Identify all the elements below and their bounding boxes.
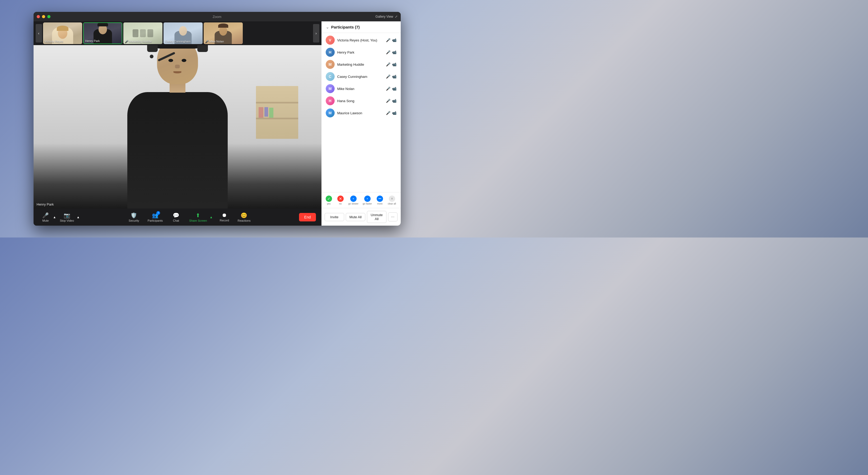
participant-name-hana: Hana Song xyxy=(337,99,383,103)
participant-item-victoria[interactable]: V Victoria Reyes (Host, You) 🎤 📹 xyxy=(321,34,401,46)
toolbar-center: 🛡️ Security 👥 7 Participants 💬 Chat xyxy=(127,211,252,223)
share-screen-icon: ⬆ xyxy=(196,212,200,218)
no-icon: ✕ xyxy=(337,196,344,202)
mute-chevron[interactable]: ▲ xyxy=(53,214,57,220)
participants-panel: ⌄ Participants (7) V Victoria Reyes (Hos… xyxy=(321,21,401,226)
mute-all-button[interactable]: Mute All xyxy=(346,213,365,221)
thumbnail-victoria[interactable]: Victoria Reyes xyxy=(43,23,82,44)
avatar-henry: H xyxy=(326,48,335,57)
participant-controls-victoria: 🎤 📹 xyxy=(386,38,397,42)
mic-icon-victoria: 🎤 xyxy=(386,38,391,42)
reaction-no-button[interactable]: ✕ no xyxy=(335,195,346,206)
more-icon: ••• xyxy=(377,196,383,202)
thumbnail-casey[interactable]: Casey Cunningham xyxy=(163,23,203,44)
avatar-maurice: M xyxy=(326,108,335,117)
participant-item-hana[interactable]: H Hana Song 🎤 📹 xyxy=(321,95,401,107)
participant-item-maurice[interactable]: M Maurice Lawson 🎤 📹 xyxy=(321,107,401,119)
close-button[interactable] xyxy=(37,15,40,18)
cam-icon-victoria: 📹 xyxy=(392,38,397,42)
participant-name-victoria: Victoria Reyes (Host, You) xyxy=(337,38,383,42)
stop-video-button[interactable]: 📷 Stop Video xyxy=(58,211,76,223)
reaction-yes-button[interactable]: ✓ yes xyxy=(323,195,334,206)
clear-icon: ✕ xyxy=(389,196,395,202)
collapse-panel-button[interactable]: ⌄ xyxy=(326,25,329,30)
mic-icon-henry: 🎤 xyxy=(386,50,391,54)
maximize-button[interactable] xyxy=(47,15,51,18)
thumbnail-label-henry: Henry Park xyxy=(85,39,100,42)
participants-count-badge: 7 xyxy=(156,211,160,215)
reactions-label: Reactions xyxy=(238,219,250,222)
toolbar-left: 🎤 Mute ▲ 📷 Stop Video ▲ xyxy=(39,211,80,223)
chat-label: Chat xyxy=(173,219,179,222)
record-button[interactable]: ⏺ Record xyxy=(217,211,231,223)
participant-controls-marketing: 🎤 📹 xyxy=(386,62,397,67)
panel-header: ⌄ Participants (7) xyxy=(321,21,401,33)
reaction-faster-button[interactable]: » go faster xyxy=(361,195,373,206)
share-screen-chevron[interactable]: ▲ xyxy=(209,214,213,220)
participant-controls-hana: 🎤 📹 xyxy=(386,99,397,103)
avatar-mike: M xyxy=(326,84,335,93)
thumbnail-label-mike: 🎤 Mike Nolan xyxy=(205,40,224,43)
mic-icon-hana: 🎤 xyxy=(386,99,391,103)
participants-button[interactable]: 👥 7 Participants xyxy=(146,211,165,223)
participant-name-henry: Henry Park xyxy=(337,50,383,54)
share-screen-label: Share Screen xyxy=(189,219,207,222)
participant-item-casey[interactable]: C Casey Cunningham 🎤 📹 xyxy=(321,70,401,82)
panel-more-button[interactable]: ··· xyxy=(388,212,397,222)
reaction-more-button[interactable]: ••• more xyxy=(375,195,385,206)
thumbnail-label-casey: Casey Cunningham xyxy=(165,40,191,43)
main-video-background: Henry Park xyxy=(34,45,321,208)
camera-icon: 📷 xyxy=(64,212,70,218)
faster-label: go faster xyxy=(363,202,372,205)
participant-name-maurice: Maurice Lawson xyxy=(337,111,383,115)
gallery-next-button[interactable]: › xyxy=(313,24,319,42)
minimize-button[interactable] xyxy=(42,15,45,18)
thumbnail-marketing[interactable]: 🎤 Marketing Huddle xyxy=(123,23,162,44)
participant-item-marketing[interactable]: M Marketing Huddle 🎤 📹 xyxy=(321,58,401,70)
slower-icon: « xyxy=(350,196,356,202)
participant-item-henry[interactable]: H Henry Park 🎤 📹 xyxy=(321,46,401,58)
fullscreen-icon: ⤢ xyxy=(395,15,398,19)
gallery-prev-button[interactable]: ‹ xyxy=(36,24,42,42)
zoom-window: Zoom Gallery View ⤢ ‹ xyxy=(34,12,401,226)
panel-title: Participants (7) xyxy=(331,25,360,29)
reaction-slower-button[interactable]: « go slower xyxy=(347,195,360,206)
no-label: no xyxy=(339,202,342,205)
share-screen-button-group: ⬆ Share Screen ▲ xyxy=(187,211,213,223)
avatar-victoria: V xyxy=(326,36,335,44)
cam-icon-casey: 📹 xyxy=(392,74,397,79)
video-chevron[interactable]: ▲ xyxy=(76,214,80,220)
share-screen-button[interactable]: ⬆ Share Screen xyxy=(187,211,209,223)
main-video: Henry Park xyxy=(34,45,321,208)
thumbnail-label-marketing: 🎤 Marketing Huddle xyxy=(125,40,152,43)
reactions-button[interactable]: 😊 Reactions xyxy=(235,211,252,223)
yes-label: yes xyxy=(327,202,331,205)
gallery-view-button[interactable]: Gallery View ⤢ xyxy=(375,15,397,19)
participant-item-mike[interactable]: M Mike Nolan 🎤 📹 xyxy=(321,82,401,95)
unmute-all-button[interactable]: Unmute All xyxy=(367,211,386,223)
security-button[interactable]: 🛡️ Security xyxy=(127,211,141,223)
clear-label: clear all xyxy=(388,202,396,205)
mute-label: Mute xyxy=(42,219,49,222)
main-speaker-name: Henry Park xyxy=(37,202,54,206)
gallery-thumbnails: Victoria Reyes Henry Park xyxy=(43,23,312,44)
participant-controls-henry: 🎤 📹 xyxy=(386,50,397,54)
thumbnail-mike[interactable]: 🎤 Mike Nolan xyxy=(204,23,243,44)
chat-button[interactable]: 💬 Chat xyxy=(169,211,183,223)
mic-icon-mike: 🎤 xyxy=(386,87,391,91)
traffic-lights xyxy=(37,15,51,18)
end-button[interactable]: End xyxy=(299,213,316,222)
mic-icon-maurice: 🎤 xyxy=(386,111,391,115)
reaction-clear-button[interactable]: ✕ clear all xyxy=(386,195,398,206)
participants-label: Participants xyxy=(148,219,163,222)
cam-icon-henry: 📹 xyxy=(392,50,397,54)
invite-button[interactable]: Invite xyxy=(324,213,344,221)
thumbnail-henry[interactable]: Henry Park xyxy=(83,23,122,44)
cam-icon-maurice: 📹 xyxy=(392,111,397,115)
participant-controls-maurice: 🎤 📹 xyxy=(386,111,397,115)
slower-label: go slower xyxy=(348,202,359,205)
mute-button[interactable]: 🎤 Mute xyxy=(39,211,53,223)
content-area: ‹ Victoria Reyes xyxy=(34,21,401,226)
shield-icon: 🛡️ xyxy=(130,212,137,218)
mic-icon-marketing: 🎤 xyxy=(386,62,391,67)
